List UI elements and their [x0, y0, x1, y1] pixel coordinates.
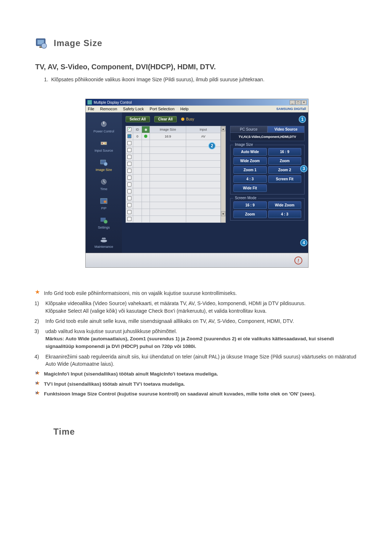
sm-4-3-button[interactable]: 4 : 3 [268, 210, 302, 218]
table-row[interactable] [126, 188, 221, 195]
sidebar-item-pip[interactable]: PIP [97, 196, 111, 211]
minimize-button[interactable]: _ [290, 100, 295, 105]
svg-point-9 [105, 143, 106, 144]
intro-text: Klõpsates põhiikoonide valikus ikooni Im… [51, 77, 265, 82]
zoom1-button[interactable]: Zoom 1 [233, 166, 267, 174]
close-button[interactable]: × [301, 100, 307, 105]
table-row[interactable] [126, 168, 221, 175]
section-title: Image Size [54, 38, 102, 48]
menu-help[interactable]: Help [180, 107, 189, 111]
sidebar-item-maintenance[interactable]: Maintenance [93, 234, 115, 249]
section-header: Image Size [34, 36, 359, 50]
brand-logo: SAMSUNG DIGITall [276, 107, 306, 111]
zoom-button[interactable]: Zoom [268, 157, 302, 165]
menu-file[interactable]: File [88, 107, 94, 111]
busy-dot-icon [181, 118, 184, 121]
clear-all-button[interactable]: Clear All [154, 116, 177, 122]
row-checkbox[interactable] [127, 189, 131, 193]
tab-pc-source[interactable]: PC Source [230, 126, 268, 133]
star-crossed-icon: ★ [35, 390, 40, 398]
scrollbar[interactable]: ▲ ▼ [221, 126, 226, 223]
row-checkbox[interactable] [127, 196, 131, 200]
info-icon[interactable]: ! [294, 256, 303, 265]
row-checkbox[interactable] [127, 148, 131, 152]
menu-remocon[interactable]: Remocon [100, 107, 117, 111]
menu-safety-lock[interactable]: Safety Lock [123, 107, 144, 111]
badge-2: 2 [208, 142, 216, 149]
screen-fit-button[interactable]: Screen Fit [268, 175, 302, 183]
info-grid: ID ◉ Image Size Input 0 16:9 AV [126, 126, 226, 253]
grid-header: ID ◉ Image Size Input [126, 126, 221, 133]
menu-port-selection[interactable]: Port Selection [150, 107, 174, 111]
row-checkbox[interactable] [127, 217, 131, 221]
table-row[interactable] [126, 202, 221, 209]
table-row[interactable] [126, 181, 221, 188]
tab-video-source[interactable]: Video Source [268, 126, 305, 133]
power-icon [98, 120, 110, 128]
row-checkbox[interactable] [127, 210, 131, 214]
note-num: 2) [34, 317, 42, 325]
scroll-down-icon[interactable]: ▼ [221, 211, 225, 216]
badge-4: 4 [300, 239, 307, 246]
table-row[interactable]: 0 16:9 AV [126, 133, 221, 140]
toolbar: Select All Clear All Busy [126, 116, 305, 122]
row-checkbox[interactable] [127, 162, 131, 166]
table-row[interactable] [126, 147, 221, 154]
sm-wide-zoom-button[interactable]: Wide Zoom [268, 201, 302, 209]
ratio-4-3-button[interactable]: 4 : 3 [233, 175, 267, 183]
app-window: Multiple Display Control _ □ × File Remo… [85, 99, 309, 268]
header-checkbox[interactable] [127, 127, 131, 131]
sm-16-9-button[interactable]: 16 : 9 [233, 201, 267, 209]
table-row[interactable] [126, 140, 221, 147]
scroll-up-icon[interactable]: ▲ [221, 126, 225, 131]
table-row[interactable] [126, 195, 221, 202]
time-icon [98, 177, 110, 186]
row-checkbox[interactable] [127, 141, 131, 145]
sidebar-item-settings[interactable]: Settings [97, 215, 111, 230]
ratio-16-9-button[interactable]: 16 : 9 [268, 148, 302, 156]
subtitle: TV, AV, S-Video, Component, DVI(HDCP), H… [35, 63, 359, 71]
table-row[interactable] [126, 175, 221, 181]
intro-list: 1. Klõpsates põhiikoonide valikus ikooni… [42, 77, 359, 82]
svg-point-11 [104, 162, 107, 166]
table-row[interactable] [126, 216, 221, 223]
badge-1: 1 [299, 116, 306, 123]
row-checkbox[interactable] [127, 203, 131, 207]
sidebar: Power Control Input Source Image Size Ti… [86, 112, 122, 253]
row-checkbox[interactable] [127, 155, 131, 159]
screen-mode-group: Screen Mode 16 : 9 Wide Zoom Zoom 4 : 3 [230, 198, 305, 221]
zoom2-button[interactable]: Zoom 2 [268, 166, 302, 174]
source-label: TV,AV,S-Video,Component,HDMI,DTV [230, 133, 305, 141]
image-size-icon [34, 36, 48, 50]
sidebar-item-time[interactable]: Time [97, 177, 111, 192]
maximize-button[interactable]: □ [295, 100, 301, 105]
table-row[interactable] [126, 154, 221, 161]
select-all-button[interactable]: Select All [126, 116, 150, 122]
row-checkbox[interactable] [127, 176, 131, 180]
row-checkbox[interactable] [127, 169, 131, 173]
sidebar-item-power[interactable]: Power Control [92, 119, 115, 134]
row-checkbox[interactable] [127, 182, 131, 186]
sidebar-item-image-size[interactable]: Image Size [94, 157, 113, 172]
settings-icon [98, 216, 110, 225]
svg-point-3 [41, 43, 46, 48]
menubar: File Remocon Safety Lock Port Selection … [86, 106, 308, 112]
titlebar: Multiple Display Control _ □ × [86, 99, 308, 106]
row-checkbox[interactable] [127, 134, 131, 138]
image-size-group: Image Size Auto Wide 16 : 9 Wide Zoom Zo… [230, 145, 305, 194]
sm-zoom-button[interactable]: Zoom [233, 210, 267, 218]
table-row[interactable] [126, 161, 221, 168]
time-section-header: Time [34, 427, 359, 437]
svg-point-7 [102, 143, 103, 144]
sidebar-item-input[interactable]: Input Source [93, 138, 114, 153]
auto-wide-button[interactable]: Auto Wide [233, 148, 267, 156]
note-num: 4) [34, 353, 42, 368]
input-source-icon [98, 139, 110, 148]
status-dot-icon [144, 135, 147, 138]
wide-zoom-button[interactable]: Wide Zoom [233, 157, 267, 165]
notes-section: ★ Info Grid toob esile põhiinformatsioon… [34, 290, 359, 398]
table-row[interactable] [126, 209, 221, 216]
wide-fit-button[interactable]: Wide Fit [233, 184, 267, 192]
star-crossed-icon: ★ [35, 370, 40, 378]
status-header-icon: ◉ [144, 128, 147, 131]
